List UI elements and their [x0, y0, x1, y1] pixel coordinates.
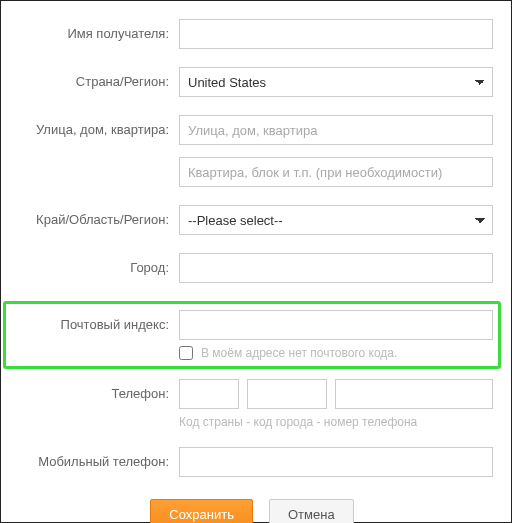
postal-input[interactable]: [179, 310, 493, 340]
postal-no-code-checkbox[interactable]: [179, 346, 193, 360]
street2-input[interactable]: [179, 157, 493, 187]
postal-highlight: Почтовый индекс: В моём адресе нет почто…: [3, 301, 501, 369]
form-container: Имя получателя: Страна/Регион: United St…: [0, 0, 512, 523]
region-select[interactable]: --Please select--: [179, 205, 493, 235]
phone-country-code[interactable]: [179, 379, 239, 409]
label-country: Страна/Регион:: [11, 67, 179, 97]
country-select[interactable]: United States: [179, 67, 493, 97]
label-phone: Телефон:: [11, 379, 179, 409]
row-recipient: Имя получателя:: [11, 19, 493, 49]
phone-number[interactable]: [335, 379, 493, 409]
phone-area-code[interactable]: [247, 379, 327, 409]
label-street: Улица, дом, квартира:: [11, 115, 179, 145]
phone-hint: Код страны - код города - номер телефона: [179, 415, 493, 429]
row-street: Улица, дом, квартира:: [11, 115, 493, 187]
label-postal: Почтовый индекс:: [11, 310, 179, 340]
postal-checkbox-row: В моём адресе нет почтового кода.: [179, 346, 493, 360]
cancel-button[interactable]: Отмена: [269, 499, 354, 523]
label-city: Город:: [11, 253, 179, 283]
street1-input[interactable]: [179, 115, 493, 145]
save-button[interactable]: Сохранить: [150, 499, 253, 523]
row-mobile: Мобильный телефон:: [11, 447, 493, 477]
row-region: Край/Область/Регион: --Please select--: [11, 205, 493, 235]
postal-checkbox-label: В моём адресе нет почтового кода.: [201, 346, 397, 360]
phone-group: [179, 379, 493, 409]
recipient-input[interactable]: [179, 19, 493, 49]
label-recipient: Имя получателя:: [11, 19, 179, 49]
label-mobile: Мобильный телефон:: [11, 447, 179, 477]
label-region: Край/Область/Регион:: [11, 205, 179, 235]
row-country: Страна/Регион: United States: [11, 67, 493, 97]
button-row: Сохранить Отмена: [11, 499, 493, 523]
row-phone: Телефон: Код страны - код города - номер…: [11, 379, 493, 429]
city-input[interactable]: [179, 253, 493, 283]
row-postal: Почтовый индекс: В моём адресе нет почто…: [11, 304, 493, 366]
row-city: Город:: [11, 253, 493, 283]
mobile-input[interactable]: [179, 447, 493, 477]
